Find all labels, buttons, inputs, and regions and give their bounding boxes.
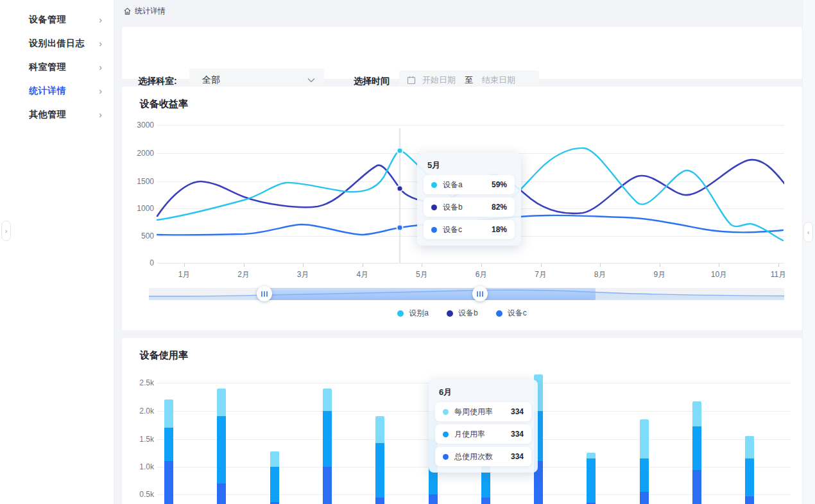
date-start-input[interactable]: 开始日期 [422, 74, 456, 86]
chevron-right-icon: › [99, 38, 102, 49]
revenue-chart-card: 设备收益率 300020001500100050001月2月3月4月5月6月7月… [122, 87, 802, 330]
tooltip-series-label: 月使用率 [454, 429, 511, 440]
bar-1月 [164, 399, 173, 504]
series-dot-icon [443, 409, 449, 415]
right-panel-strip [802, 0, 815, 504]
revenue-tooltip: 5月 设备a59%设备b82%设备c18% [417, 153, 521, 246]
bar-segment-每周使用率 [217, 389, 226, 417]
bar-segment-总使用次数 [640, 492, 649, 504]
bar-segment-月使用率 [375, 443, 384, 498]
legend-dot-icon [447, 310, 453, 317]
legend-item[interactable]: 设别a [397, 308, 429, 319]
tooltip-row: 月使用率334 [435, 424, 531, 444]
legend-item[interactable]: 设备b [447, 308, 478, 319]
tooltip-row: 设备b82% [424, 197, 515, 217]
date-end-input[interactable]: 结束日期 [482, 74, 515, 86]
tooltip-series-label: 总使用次数 [454, 451, 511, 462]
bar-segment-每周使用率 [323, 389, 332, 411]
breadcrumb: 统计详情 [123, 6, 166, 17]
tooltip-series-value: 82% [492, 203, 507, 212]
legend-dot-icon [496, 310, 502, 317]
bar-segment-总使用次数 [429, 494, 438, 504]
sidebar-item-label: 科室管理 [29, 62, 99, 73]
time-filter-label: 选择时间 [354, 76, 390, 87]
sidebar-item-label: 设备管理 [29, 14, 99, 26]
bar-5月 [375, 416, 384, 504]
calendar-icon [407, 76, 416, 85]
bar-segment-总使用次数 [323, 467, 332, 504]
sidebar-item[interactable]: 其他管理› [0, 103, 114, 126]
bar-segment-月使用率 [323, 411, 332, 467]
sidebar-item[interactable]: 科室管理› [0, 55, 114, 79]
tooltip-series-value: 59% [492, 180, 507, 189]
legend-label: 设备b [458, 308, 478, 319]
bar-segment-总使用次数 [745, 496, 754, 504]
bar-segment-月使用率 [692, 426, 701, 470]
bar-segment-总使用次数 [217, 483, 226, 504]
tooltip-row: 设备c18% [424, 220, 515, 239]
hover-dot-a [397, 148, 403, 154]
datazoom-track[interactable] [149, 288, 784, 300]
revenue-legend: 设别a设备b设备c [122, 308, 802, 319]
bar-segment-总使用次数 [375, 498, 384, 504]
breadcrumb-label: 统计详情 [135, 6, 166, 17]
sidebar-item-label: 其他管理 [29, 109, 99, 121]
tooltip-row: 总使用次数334 [435, 447, 531, 466]
legend-label: 设备c [508, 308, 527, 319]
y-axis-tick-label: 0.5k [128, 490, 154, 499]
bar-3月 [270, 451, 279, 504]
sidebar-item[interactable]: 设备管理› [0, 8, 114, 31]
sidebar: 设备管理›设别出借日志›科室管理›统计详情›其他管理› [0, 0, 114, 504]
series-dot-icon [431, 182, 437, 188]
tooltip-row: 每周使用率334 [435, 402, 531, 421]
date-range-separator: 至 [465, 74, 473, 86]
sidebar-expand-button[interactable]: › [1, 221, 11, 241]
bar-12月 [745, 436, 754, 504]
bar-segment-每周使用率 [164, 399, 173, 428]
hover-dot-c [397, 225, 403, 231]
right-panel-collapse-button[interactable]: ‹ [803, 222, 813, 242]
bar-segment-每周使用率 [745, 436, 754, 458]
bar-segment-月使用率 [270, 467, 279, 502]
chevron-down-icon [307, 78, 315, 83]
legend-label: 设别a [409, 308, 429, 319]
sidebar-item[interactable]: 统计详情› [0, 79, 114, 103]
y-axis-tick-label: 1.5k [128, 435, 154, 444]
department-filter-label: 选择科室: [138, 76, 177, 87]
chevron-right-icon: › [99, 15, 102, 25]
chevron-right-icon: › [99, 86, 102, 96]
usage-chart-title: 设备使用率 [140, 349, 188, 362]
usage-chart-card: 设备使用率 2.5k2.0k1.5k1.0k0.5k 6月 每周使用率334月使… [122, 338, 802, 504]
series-dot-icon [443, 432, 449, 437]
filter-card: 选择科室: 全部 选择时间 开始日期 至 结束日期 [122, 27, 802, 79]
chevron-right-icon: › [99, 62, 102, 72]
bar-segment-每周使用率 [587, 453, 596, 458]
tooltip-series-label: 设备a [443, 180, 492, 190]
home-icon [123, 7, 132, 15]
series-dot-icon [431, 205, 437, 210]
bar-segment-月使用率 [164, 428, 173, 461]
bar-segment-月使用率 [640, 458, 649, 492]
bar-2月 [217, 389, 226, 504]
datazoom-handle-left[interactable] [257, 286, 272, 301]
bar-segment-总使用次数 [481, 498, 490, 504]
series-dot-icon [431, 227, 437, 233]
bar-segment-每周使用率 [692, 401, 701, 426]
datazoom-sparkline [149, 288, 784, 300]
tooltip-series-label: 设备c [443, 224, 492, 235]
sidebar-item[interactable]: 设别出借日志› [0, 31, 114, 55]
legend-item[interactable]: 设备c [496, 308, 527, 319]
bar-segment-月使用率 [217, 416, 226, 483]
revenue-chart-title: 设备收益率 [140, 98, 188, 110]
tooltip-title: 5月 [427, 160, 515, 171]
tooltip-series-value: 334 [511, 407, 524, 416]
y-axis-tick-label: 1.0k [128, 462, 154, 471]
bar-segment-每周使用率 [375, 416, 384, 443]
hover-dot-b [397, 186, 403, 192]
bar-9月 [587, 453, 596, 504]
sidebar-item-label: 设别出借日志 [29, 38, 99, 49]
y-axis-tick-label: 2.0k [128, 407, 154, 416]
tooltip-series-value: 334 [511, 430, 524, 439]
legend-dot-icon [397, 310, 404, 317]
datazoom-handle-right[interactable] [472, 286, 488, 301]
